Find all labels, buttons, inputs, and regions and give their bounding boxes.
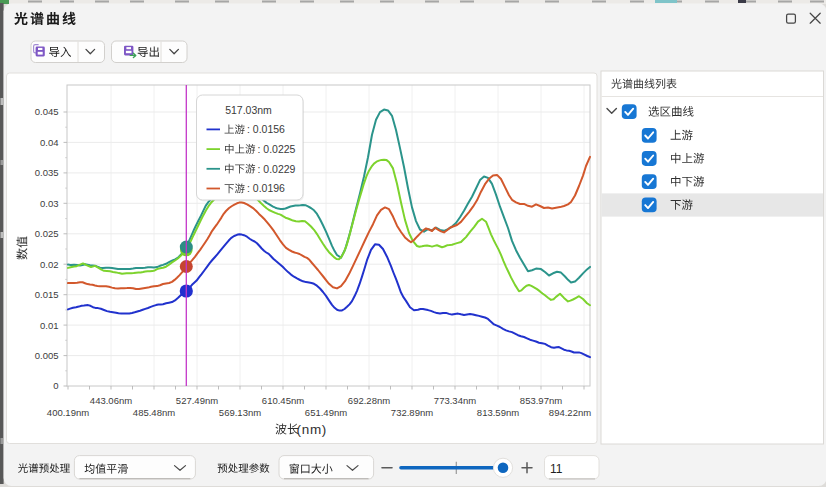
svg-text:443.06nm: 443.06nm [90,395,132,406]
svg-text:813.59nm: 813.59nm [477,407,519,418]
svg-text:485.48nm: 485.48nm [133,407,175,418]
svg-text:(nm): (nm) [297,422,328,437]
svg-text:0.02: 0.02 [40,259,59,270]
svg-text:732.89nm: 732.89nm [391,407,433,418]
svg-text:400.19nm: 400.19nm [47,407,89,418]
svg-text:0: 0 [53,380,58,391]
svg-text:: 0.0156: : 0.0156 [247,123,285,135]
svg-text:610.45nm: 610.45nm [262,395,304,406]
svg-text:0.04: 0.04 [40,137,59,148]
svg-text:853.97nm: 853.97nm [520,395,562,406]
svg-text:773.34nm: 773.34nm [434,395,476,406]
svg-text:692.28nm: 692.28nm [348,395,390,406]
svg-text:517.03nm: 517.03nm [225,104,272,116]
svg-text:: 0.0196: : 0.0196 [247,182,285,194]
svg-text:0.015: 0.015 [35,289,59,300]
svg-text:0.035: 0.035 [35,167,59,178]
svg-text:0.005: 0.005 [35,350,59,361]
svg-text:: 0.0225: : 0.0225 [258,143,296,155]
svg-text:11: 11 [550,462,563,476]
svg-text:569.13nm: 569.13nm [219,407,261,418]
svg-text:651.49nm: 651.49nm [305,407,347,418]
svg-text:0.025: 0.025 [35,228,59,239]
svg-text:527.49nm: 527.49nm [176,395,218,406]
svg-text:0.03: 0.03 [40,198,59,209]
svg-text:0.045: 0.045 [35,106,59,117]
svg-text:0.01: 0.01 [40,320,59,331]
svg-text:: 0.0229: : 0.0229 [258,163,296,175]
svg-text:894.22nm: 894.22nm [549,407,591,418]
